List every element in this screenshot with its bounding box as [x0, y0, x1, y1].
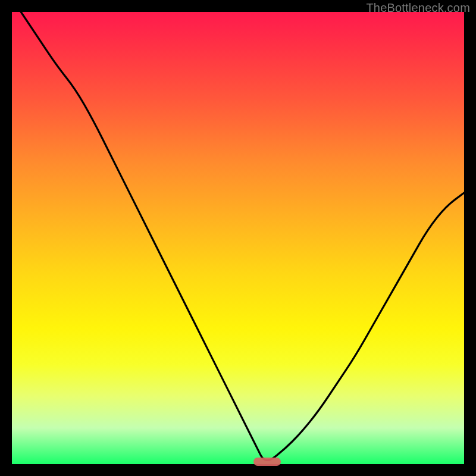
plot-area [12, 12, 464, 464]
optimum-marker [253, 458, 281, 466]
chart-frame: TheBottleneck.com [0, 0, 476, 476]
bottleneck-curve [12, 12, 464, 464]
curve-path [21, 12, 464, 460]
